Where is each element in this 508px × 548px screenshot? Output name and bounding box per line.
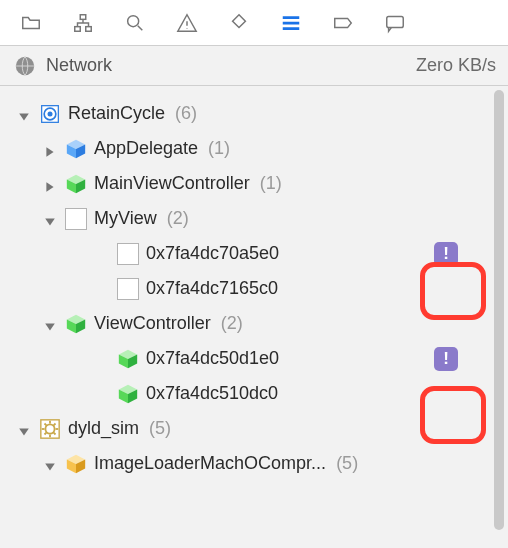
tree-instance[interactable]: 0x7fa4dc50d1e0 ! bbox=[0, 341, 508, 376]
network-globe-icon bbox=[14, 55, 36, 77]
tree-item-imageloader[interactable]: ImageLoaderMachOCompr... (5) bbox=[0, 446, 508, 481]
svg-rect-2 bbox=[86, 26, 92, 31]
svg-marker-18 bbox=[45, 218, 55, 225]
tree-count: (2) bbox=[167, 208, 189, 229]
instance-cube-icon bbox=[116, 382, 140, 406]
tree-count: (1) bbox=[208, 138, 230, 159]
svg-rect-0 bbox=[80, 14, 86, 19]
view-checkbox-icon bbox=[116, 242, 140, 266]
tree-label: 0x7fa4dc70a5e0 bbox=[146, 243, 279, 264]
header-title: Network bbox=[46, 55, 406, 76]
svg-marker-40 bbox=[45, 463, 55, 470]
svg-line-39 bbox=[54, 423, 56, 425]
disclosure-triangle-icon[interactable] bbox=[44, 457, 58, 471]
tag-shape-icon[interactable] bbox=[214, 3, 264, 43]
tree-label: ImageLoaderMachOCompr... bbox=[94, 453, 326, 474]
folder-icon[interactable] bbox=[6, 3, 56, 43]
svg-line-37 bbox=[54, 432, 56, 434]
svg-line-38 bbox=[45, 432, 47, 434]
tree-instance[interactable]: 0x7fa4dc7165c0 bbox=[0, 271, 508, 306]
navigator-header: Network Zero KB/s bbox=[0, 46, 508, 86]
tree-label: dyld_sim bbox=[68, 418, 139, 439]
label-icon[interactable] bbox=[318, 3, 368, 43]
svg-point-3 bbox=[128, 15, 139, 26]
view-checkbox-icon bbox=[116, 277, 140, 301]
view-checkbox-icon bbox=[64, 207, 88, 231]
tree-count: (5) bbox=[336, 453, 358, 474]
svg-rect-1 bbox=[75, 26, 81, 31]
tree-instance[interactable]: 0x7fa4dc510dc0 bbox=[0, 376, 508, 411]
tree-label: 0x7fa4dc50d1e0 bbox=[146, 348, 279, 369]
tree-label: MyView bbox=[94, 208, 157, 229]
exclamation-icon: ! bbox=[443, 245, 449, 262]
scrollbar-thumb[interactable] bbox=[494, 90, 504, 530]
tree-count: (2) bbox=[221, 313, 243, 334]
tree-label: MainViewController bbox=[94, 173, 250, 194]
tree-label: RetainCycle bbox=[68, 103, 165, 124]
hierarchy-icon[interactable] bbox=[58, 3, 108, 43]
disclosure-triangle-icon[interactable] bbox=[18, 107, 32, 121]
disclosure-triangle-icon[interactable] bbox=[44, 177, 58, 191]
tree-instance[interactable]: 0x7fa4dc70a5e0 ! bbox=[0, 236, 508, 271]
svg-marker-14 bbox=[46, 182, 53, 192]
tree-item-mainviewcontroller[interactable]: MainViewController (1) bbox=[0, 166, 508, 201]
class-cube-icon bbox=[64, 452, 88, 476]
app-target-icon bbox=[38, 102, 62, 126]
leak-warning-badge[interactable]: ! bbox=[434, 242, 458, 266]
disclosure-triangle-icon[interactable] bbox=[44, 212, 58, 226]
exclamation-icon: ! bbox=[443, 350, 449, 367]
tree-count: (5) bbox=[149, 418, 171, 439]
memory-graph-tree: RetainCycle (6) AppDelegate (1) MainView… bbox=[0, 86, 508, 481]
tree-item-myview[interactable]: MyView (2) bbox=[0, 201, 508, 236]
gear-icon bbox=[38, 417, 62, 441]
svg-marker-6 bbox=[19, 113, 29, 120]
tree-count: (6) bbox=[175, 103, 197, 124]
tree-label: 0x7fa4dc7165c0 bbox=[146, 278, 278, 299]
svg-marker-10 bbox=[46, 147, 53, 157]
disclosure-triangle-icon[interactable] bbox=[44, 142, 58, 156]
tree-label: ViewController bbox=[94, 313, 211, 334]
class-cube-icon bbox=[64, 312, 88, 336]
class-cube-icon bbox=[64, 172, 88, 196]
tree-group-dyld-sim[interactable]: dyld_sim (5) bbox=[0, 411, 508, 446]
tree-item-viewcontroller[interactable]: ViewController (2) bbox=[0, 306, 508, 341]
svg-line-36 bbox=[45, 423, 47, 425]
instance-cube-icon bbox=[116, 347, 140, 371]
warning-icon[interactable] bbox=[162, 3, 212, 43]
tree-label: AppDelegate bbox=[94, 138, 198, 159]
leak-warning-badge[interactable]: ! bbox=[434, 347, 458, 371]
header-stat: Zero KB/s bbox=[416, 55, 496, 76]
disclosure-triangle-icon[interactable] bbox=[18, 422, 32, 436]
svg-rect-4 bbox=[387, 16, 404, 27]
tree-label: 0x7fa4dc510dc0 bbox=[146, 383, 278, 404]
tree-group-retaincycle[interactable]: RetainCycle (6) bbox=[0, 96, 508, 131]
search-icon[interactable] bbox=[110, 3, 160, 43]
debug-memory-icon[interactable] bbox=[266, 3, 316, 43]
svg-point-9 bbox=[48, 111, 53, 116]
svg-marker-19 bbox=[45, 323, 55, 330]
comment-icon[interactable] bbox=[370, 3, 420, 43]
class-cube-icon bbox=[64, 137, 88, 161]
tree-item-appdelegate[interactable]: AppDelegate (1) bbox=[0, 131, 508, 166]
navigator-filter-toolbar bbox=[0, 0, 508, 46]
disclosure-triangle-icon[interactable] bbox=[44, 317, 58, 331]
tree-count: (1) bbox=[260, 173, 282, 194]
svg-marker-29 bbox=[19, 428, 29, 435]
